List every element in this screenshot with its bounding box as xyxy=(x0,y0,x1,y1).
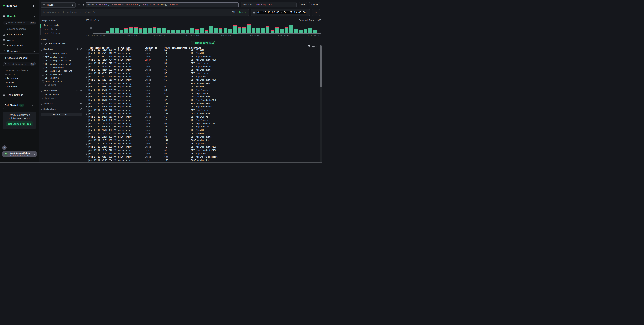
svg-text:?: ? xyxy=(4,146,5,149)
